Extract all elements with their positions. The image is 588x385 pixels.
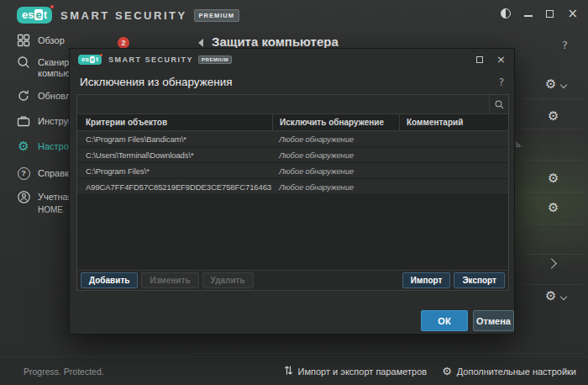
chevron-down-icon[interactable]: [560, 293, 567, 300]
gear-icon[interactable]: ⚙: [548, 172, 559, 184]
advanced-settings-link[interactable]: ⚙ Дополнительные настройки: [442, 366, 576, 377]
page-title: Защита компьютера: [212, 34, 339, 49]
help-icon[interactable]: ?: [499, 76, 504, 88]
exclusion-cell: Любое обнаружение: [272, 134, 399, 144]
add-button[interactable]: Добавить: [81, 272, 138, 288]
row-divider: [522, 129, 583, 129]
edit-button: Изменить: [141, 272, 198, 288]
row-divider: [522, 224, 583, 224]
close-icon[interactable]: ×: [496, 55, 506, 64]
row-divider: [522, 192, 583, 192]
settings-gear-icon: ⚙: [17, 140, 30, 153]
exclusion-cell: Любое обнаружение: [272, 166, 399, 176]
detection-exclusions-dialog: eset SMART SECURITY PREMIUM × Исключения…: [69, 48, 515, 335]
close-icon[interactable]: ×: [567, 8, 578, 18]
exclusion-cell: Любое обнаружение: [272, 182, 399, 192]
row-divider: [522, 160, 583, 161]
logo-dot-icon: [50, 5, 54, 8]
criteria-cell: C:\Program Files\*: [77, 166, 272, 176]
gear-icon[interactable]: ⚙: [545, 290, 556, 302]
protection-status-text: Progress. Protected.: [24, 367, 104, 377]
minimize-icon[interactable]: [524, 15, 533, 17]
column-header[interactable]: Исключить обнаружение: [272, 114, 399, 130]
exclusion-cell: Любое обнаружение: [272, 150, 399, 160]
gear-icon[interactable]: ⚙: [548, 110, 559, 122]
sidebar-item-overview[interactable]: Обзор: [17, 34, 151, 47]
search-icon[interactable]: [489, 95, 508, 113]
back-icon[interactable]: [198, 39, 203, 47]
row-divider: [522, 98, 583, 99]
edition-badge: PREMIUM: [194, 9, 239, 22]
logo-dot-icon: [100, 54, 102, 56]
tools-icon: [17, 114, 30, 128]
eset-logo: eset SMART SECURITY PREMIUM: [17, 7, 239, 24]
logo-part: t: [44, 9, 47, 20]
table-row[interactable]: C:\Program Files\Bandicam\* Любое обнару…: [77, 131, 508, 147]
column-header[interactable]: Комментарий: [399, 114, 508, 130]
maximize-icon[interactable]: [546, 10, 554, 18]
overview-icon: [17, 34, 30, 47]
eset-main-window: eset SMART SECURITY PREMIUM × Обзор Скан…: [0, 0, 588, 385]
eset-logo-icon: eset: [78, 55, 102, 65]
window-controls: ×: [501, 8, 578, 18]
gear-icon: ⚙: [442, 366, 452, 377]
notification-badge: 2: [118, 37, 129, 49]
account-icon: [17, 190, 30, 203]
dialog-titlebar[interactable]: eset SMART SECURITY PREMIUM ×: [70, 49, 514, 71]
gear-icon[interactable]: ⚙: [545, 78, 556, 90]
import-button[interactable]: Импорт: [402, 272, 451, 288]
logo-part: e: [34, 9, 42, 20]
sidebar-item-label: Обзор: [38, 34, 65, 46]
maximize-icon[interactable]: [476, 56, 483, 63]
delete-button: Удалить: [202, 272, 254, 288]
export-button[interactable]: Экспорт: [454, 272, 505, 288]
import-export-link[interactable]: Импорт и экспорт параметров: [284, 365, 428, 377]
table-header-row: Критерии объектов Исключить обнаружение …: [77, 114, 508, 131]
statusbar: Progress. Protected. Импорт и экспорт па…: [0, 356, 588, 385]
edition-badge: PREMIUM: [198, 55, 232, 64]
help-icon: ?: [17, 166, 30, 180]
import-export-icon: [284, 365, 293, 377]
criteria-cell: A99CA7FF4FD57C85219EF9DDE3CE758FC7164631: [77, 182, 272, 192]
product-name: SMART SECURITY: [108, 55, 193, 64]
table-toolbar: Добавить Изменить Удалить Импорт Экспорт: [77, 270, 508, 290]
chevron-down-icon[interactable]: [560, 82, 567, 88]
table-row[interactable]: C:\Program Files\* Любое обнаружение: [77, 163, 508, 179]
row-divider: [522, 284, 583, 285]
column-header[interactable]: Критерии объектов: [77, 118, 272, 127]
eset-logo-icon: eset: [17, 7, 52, 24]
contrast-icon[interactable]: [501, 8, 511, 18]
exclusions-table: Критерии объектов Исключить обнаружение …: [76, 94, 509, 291]
search-input[interactable]: [77, 95, 489, 113]
gear-icon[interactable]: ⚙: [548, 202, 559, 214]
advanced-settings-label: Дополнительные настройки: [457, 367, 576, 377]
criteria-cell: C:\Users\Terminal\Downloads\*: [77, 150, 272, 160]
update-icon: [17, 89, 30, 103]
row-divider: [522, 254, 583, 255]
computer-scan-icon: [17, 55, 30, 69]
logo-part: es: [22, 9, 34, 20]
dialog-title: Исключения из обнаружения: [80, 76, 233, 88]
product-name: SMART SECURITY: [60, 9, 187, 22]
table-row[interactable]: C:\Users\Terminal\Downloads\* Любое обна…: [77, 147, 508, 163]
chevron-right-icon[interactable]: [546, 258, 557, 269]
help-icon[interactable]: ?: [562, 39, 568, 51]
table-row[interactable]: A99CA7FF4FD57C85219EF9DDE3CE758FC7164631…: [77, 179, 508, 195]
search-bar: [77, 95, 508, 114]
import-export-label: Импорт и экспорт параметров: [298, 367, 428, 377]
table-empty-area: [77, 195, 508, 270]
dialog-window-controls: ×: [476, 55, 506, 64]
content-divider: [195, 353, 581, 354]
cancel-button[interactable]: Отмена: [473, 310, 514, 331]
criteria-cell: C:\Program Files\Bandicam\*: [77, 134, 272, 144]
ok-button[interactable]: ОК: [421, 310, 468, 331]
